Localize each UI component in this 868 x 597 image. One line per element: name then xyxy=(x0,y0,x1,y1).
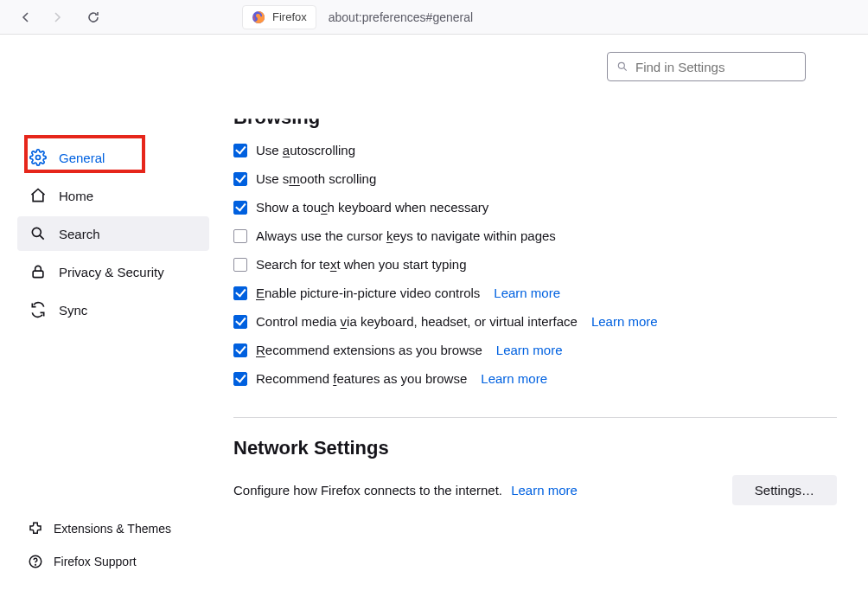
sidebar-item-extensions[interactable]: Extensions & Themes xyxy=(17,514,182,543)
checkbox-label[interactable]: Control media via keyboard, headset, or … xyxy=(256,314,578,329)
sidebar: General Home Search Privacy & Security S… xyxy=(0,35,216,597)
checkbox-label[interactable]: Search for text when you start typing xyxy=(256,257,466,272)
checkbox[interactable] xyxy=(233,372,247,386)
checkbox[interactable] xyxy=(233,258,247,272)
browsing-option-6: Control media via keyboard, headset, or … xyxy=(233,314,837,329)
main-panel: Browsing Use autoscrollingUse smooth scr… xyxy=(216,35,868,597)
checkbox-label[interactable]: Enable picture-in-picture video controls xyxy=(256,286,480,300)
checkbox-label[interactable]: Always use the cursor keys to navigate w… xyxy=(256,228,556,243)
learn-more-link[interactable]: Learn more xyxy=(496,343,563,357)
network-heading: Network Settings xyxy=(233,437,837,459)
learn-more-link[interactable]: Learn more xyxy=(481,371,547,386)
sidebar-item-label: Privacy & Security xyxy=(59,265,164,279)
checkbox[interactable] xyxy=(233,229,247,243)
sidebar-item-search[interactable]: Search xyxy=(17,216,209,251)
checkbox-label[interactable]: Recommend features as you browse xyxy=(256,371,467,386)
browsing-heading: Browsing xyxy=(233,106,837,129)
browsing-option-4: Search for text when you start typing xyxy=(233,257,837,272)
sidebar-item-privacy[interactable]: Privacy & Security xyxy=(17,254,209,289)
sidebar-item-sync[interactable]: Sync xyxy=(17,292,209,327)
learn-more-link[interactable]: Learn more xyxy=(591,314,658,329)
svg-point-6 xyxy=(618,62,624,68)
sidebar-item-label: Extensions & Themes xyxy=(54,522,171,536)
checkbox-label[interactable]: Recommend extensions as you browse xyxy=(256,343,482,357)
checkbox-label[interactable]: Use autoscrolling xyxy=(256,143,355,157)
firefox-logo-icon xyxy=(252,10,265,24)
sidebar-item-label: Sync xyxy=(59,303,87,318)
sidebar-item-home[interactable]: Home xyxy=(17,178,209,213)
browsing-option-1: Use smooth scrolling xyxy=(233,171,837,186)
sidebar-item-label: Search xyxy=(59,227,100,241)
checkbox[interactable] xyxy=(233,315,247,329)
checkbox-label[interactable]: Show a touch keyboard when necessary xyxy=(256,200,488,215)
identity-box[interactable]: Firefox xyxy=(242,5,316,29)
svg-point-1 xyxy=(36,156,41,160)
svg-point-2 xyxy=(32,228,41,236)
reload-button[interactable] xyxy=(81,5,105,29)
browsing-option-3: Always use the cursor keys to navigate w… xyxy=(233,228,837,243)
network-settings-button[interactable]: Settings… xyxy=(732,475,837,505)
learn-more-link[interactable]: Learn more xyxy=(494,286,560,300)
browsing-option-2: Show a touch keyboard when necessary xyxy=(233,200,837,215)
network-learn-more[interactable]: Learn more xyxy=(511,483,578,498)
checkbox[interactable] xyxy=(233,343,247,357)
checkbox[interactable] xyxy=(233,172,247,186)
browsing-option-0: Use autoscrolling xyxy=(233,143,837,157)
toolbar: Firefox about:preferences#general xyxy=(0,0,868,35)
checkbox[interactable] xyxy=(233,201,247,215)
network-description: Configure how Firefox connects to the in… xyxy=(233,483,578,498)
svg-point-5 xyxy=(35,564,36,565)
browsing-option-5: Enable picture-in-picture video controls… xyxy=(233,286,837,300)
sidebar-item-general[interactable]: General xyxy=(17,140,209,175)
sidebar-item-label: Firefox Support xyxy=(54,555,137,568)
settings-search-input[interactable] xyxy=(635,60,800,74)
search-icon xyxy=(616,61,629,73)
checkbox[interactable] xyxy=(233,286,247,300)
separator xyxy=(233,417,837,418)
forward-button[interactable] xyxy=(45,5,69,29)
browsing-option-8: Recommend features as you browseLearn mo… xyxy=(233,371,837,386)
sidebar-item-label: General xyxy=(59,151,105,165)
url-text[interactable]: about:preferences#general xyxy=(329,10,473,24)
settings-search[interactable] xyxy=(607,52,806,81)
checkbox[interactable] xyxy=(233,144,247,157)
svg-rect-3 xyxy=(33,271,43,278)
browsing-option-7: Recommend extensions as you browseLearn … xyxy=(233,343,837,357)
sidebar-item-support[interactable]: Firefox Support xyxy=(17,547,182,576)
sidebar-item-label: Home xyxy=(59,189,93,203)
back-button[interactable] xyxy=(14,5,38,29)
checkbox-label[interactable]: Use smooth scrolling xyxy=(256,171,376,186)
identity-label: Firefox xyxy=(272,10,307,23)
